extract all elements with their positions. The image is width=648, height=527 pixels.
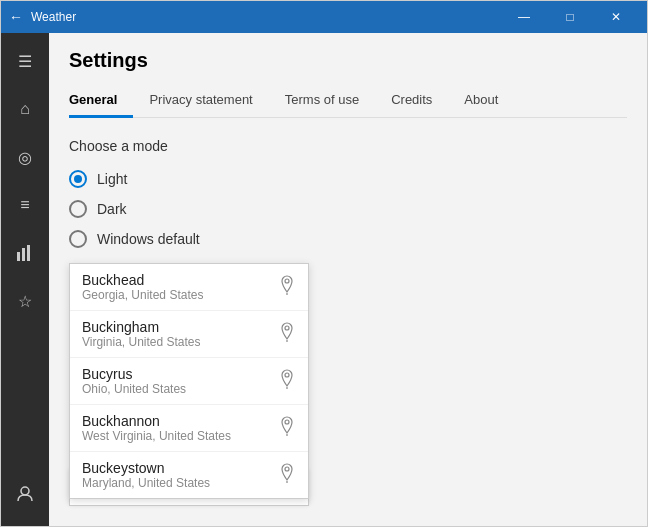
pin-icon [278, 322, 296, 346]
radio-light-label: Light [97, 171, 127, 187]
sidebar-icon-menu[interactable]: ☰ [1, 37, 49, 85]
city-name: Bucyrus [82, 366, 186, 382]
tab-credits[interactable]: Credits [375, 84, 448, 117]
city-region: Ohio, United States [82, 382, 186, 396]
list-item[interactable]: Buckhannon West Virginia, United States [70, 405, 308, 452]
settings-body: Choose a mode Light Dark Windows default [49, 118, 647, 526]
settings-content: Settings General Privacy statement Terms… [49, 33, 647, 526]
pin-icon [278, 463, 296, 487]
sidebar-icon-news[interactable]: ≡ [1, 181, 49, 229]
back-icon[interactable]: ← [9, 9, 23, 25]
svg-rect-0 [17, 252, 20, 261]
mode-radio-group: Light Dark Windows default [69, 170, 627, 248]
close-button[interactable]: ✕ [593, 1, 639, 33]
city-region: Virginia, United States [82, 335, 201, 349]
list-item[interactable]: Buckhead Georgia, United States [70, 264, 308, 311]
radio-dark-circle [69, 200, 87, 218]
tab-general[interactable]: General [69, 84, 133, 117]
sidebar: ☰ ⌂ ◎ ≡ ☆ [1, 33, 49, 526]
tab-about[interactable]: About [448, 84, 514, 117]
city-region: Georgia, United States [82, 288, 203, 302]
titlebar: ← Weather — □ ✕ [1, 1, 647, 33]
app-window: ← Weather — □ ✕ ☰ ⌂ ◎ ≡ ☆ [0, 0, 648, 527]
radio-dark-label: Dark [97, 201, 127, 217]
city-name: Buckhead [82, 272, 203, 288]
svg-rect-1 [22, 248, 25, 261]
tab-terms[interactable]: Terms of use [269, 84, 375, 117]
svg-rect-2 [27, 245, 30, 261]
mode-windows-default[interactable]: Windows default [69, 230, 627, 248]
minimize-button[interactable]: — [501, 1, 547, 33]
sidebar-icon-favorites[interactable]: ☆ [1, 277, 49, 325]
city-name: Buckhannon [82, 413, 231, 429]
mode-light[interactable]: Light [69, 170, 627, 188]
mode-section-title: Choose a mode [69, 138, 627, 154]
settings-title: Settings [69, 49, 627, 72]
city-dropdown: Buckhead Georgia, United States Bu [69, 263, 309, 499]
radio-windows-circle [69, 230, 87, 248]
city-name: Buckeystown [82, 460, 210, 476]
city-region: Maryland, United States [82, 476, 210, 490]
city-region: West Virginia, United States [82, 429, 231, 443]
tab-privacy[interactable]: Privacy statement [133, 84, 268, 117]
pin-icon [278, 275, 296, 299]
pin-icon [278, 416, 296, 440]
window-controls: — □ ✕ [501, 1, 639, 33]
sidebar-icon-maps[interactable]: ◎ [1, 133, 49, 181]
list-item[interactable]: Buckeystown Maryland, United States [70, 452, 308, 498]
window-title: Weather [31, 10, 501, 24]
svg-point-3 [21, 487, 29, 495]
sidebar-icon-user[interactable] [1, 470, 49, 518]
list-item[interactable]: Buckingham Virginia, United States [70, 311, 308, 358]
tabs-bar: General Privacy statement Terms of use C… [69, 84, 627, 118]
settings-header: Settings General Privacy statement Terms… [49, 33, 647, 118]
maximize-button[interactable]: □ [547, 1, 593, 33]
radio-light-circle [69, 170, 87, 188]
sidebar-icon-charts[interactable] [1, 229, 49, 277]
radio-windows-label: Windows default [97, 231, 200, 247]
city-name: Buckingham [82, 319, 201, 335]
mode-dark[interactable]: Dark [69, 200, 627, 218]
pin-icon [278, 369, 296, 393]
main-layout: ☰ ⌂ ◎ ≡ ☆ Settings [1, 33, 647, 526]
list-item[interactable]: Bucyrus Ohio, United States [70, 358, 308, 405]
sidebar-icon-home[interactable]: ⌂ [1, 85, 49, 133]
